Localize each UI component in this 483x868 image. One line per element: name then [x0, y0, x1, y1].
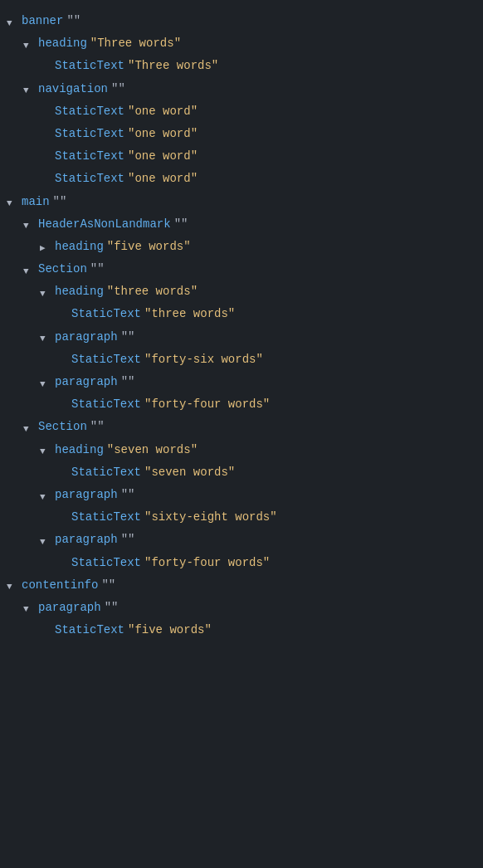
node-value: "forty-four words" [144, 553, 270, 573]
tree-node-section-1-heading: heading "three words"StaticText "three w… [7, 280, 476, 325]
tree-node-section-1-para-2: paragraph ""StaticText "forty-four words… [7, 371, 476, 416]
toggle-header-heading[interactable] [40, 241, 51, 252]
tree-node-section-1-heading-static: StaticText "three words" [7, 303, 476, 325]
toggle-contentinfo[interactable] [7, 579, 18, 591]
node-type: StaticText [55, 620, 124, 641]
node-type: StaticText [71, 507, 141, 528]
tree-node-header-non-landmark: HeaderAsNonLandmark ""heading "five word… [7, 213, 476, 258]
tree-node-section-1-para-1: paragraph ""StaticText "forty-six words" [7, 326, 476, 371]
node-value: "" [66, 11, 80, 32]
node-type: paragraph [55, 372, 118, 393]
tree-node-contentinfo-para-static: StaticText "five words" [7, 619, 476, 641]
node-value: "" [105, 597, 119, 618]
node-type: StaticText [71, 304, 141, 324]
toggle-section-2-para-1[interactable] [40, 490, 51, 501]
node-type: StaticText [71, 349, 141, 370]
node-type: banner [22, 11, 63, 32]
node-type: HeaderAsNonLandmark [38, 214, 171, 235]
tree-node-section-2-para-1-static: StaticText "sixty-eight words" [7, 506, 476, 529]
tree-node-banner-heading: heading "Three words"StaticText "Three w… [7, 32, 476, 77]
node-type: heading [55, 281, 104, 302]
node-type: heading [55, 440, 104, 461]
toggle-main[interactable] [7, 196, 18, 207]
node-value: "three words" [107, 281, 198, 302]
node-value: "one word" [128, 124, 198, 144]
node-type: StaticText [55, 124, 124, 144]
node-value: "five words" [107, 237, 191, 257]
node-value: "five words" [128, 620, 212, 641]
tree-node-banner-navigation: navigation ""StaticText "one word"Static… [7, 78, 476, 191]
tree-node-banner: banner ""heading "Three words"StaticText… [7, 10, 476, 191]
tree-node-contentinfo-para: paragraph ""StaticText "five words" [7, 597, 476, 641]
toggle-section-2-para-2[interactable] [40, 534, 51, 546]
node-type: Section [38, 417, 87, 437]
tree-node-section-2-para-1: paragraph ""StaticText "sixty-eight word… [7, 484, 476, 529]
node-value: "" [174, 214, 188, 235]
node-value: "forty-six words" [144, 349, 263, 370]
node-value: "one word" [128, 146, 198, 167]
toggle-contentinfo-para[interactable] [23, 602, 35, 613]
node-value: "seven words" [107, 440, 198, 461]
node-type: Section [38, 259, 87, 280]
toggle-section-1-para-1[interactable] [40, 331, 51, 343]
node-type: paragraph [38, 597, 101, 618]
tree-node-nav-static-3: StaticText "one word" [7, 145, 476, 168]
node-value: "" [121, 327, 135, 348]
node-type: paragraph [55, 529, 118, 550]
node-type: heading [55, 237, 104, 257]
node-type: heading [38, 33, 87, 54]
accessibility-tree: banner ""heading "Three words"StaticText… [0, 7, 483, 645]
tree-node-contentinfo: contentinfo ""paragraph ""StaticText "fi… [7, 574, 476, 642]
node-type: navigation [38, 79, 108, 100]
tree-node-section-2: Section ""heading "seven words"StaticTex… [7, 416, 476, 573]
toggle-section-2-heading[interactable] [40, 444, 51, 456]
tree-node-section-1: Section ""heading "three words"StaticTex… [7, 258, 476, 416]
tree-node-section-2-para-2-static: StaticText "forty-four words" [7, 552, 476, 574]
node-value: "" [101, 575, 115, 596]
tree-node-nav-static-2: StaticText "one word" [7, 123, 476, 145]
node-value: "" [90, 259, 105, 280]
tree-node-header-heading: heading "five words" [7, 236, 476, 258]
node-type: StaticText [55, 168, 124, 189]
node-value: "" [121, 372, 135, 393]
node-value: "three words" [144, 304, 235, 324]
node-type: paragraph [55, 485, 118, 505]
toggle-section-1[interactable] [23, 264, 35, 276]
node-type: StaticText [71, 462, 141, 483]
node-value: "Three words" [90, 33, 181, 54]
node-value: "" [121, 485, 135, 505]
node-value: "" [90, 417, 105, 437]
tree-node-section-2-heading: heading "seven words"StaticText "seven w… [7, 439, 476, 484]
node-type: StaticText [71, 394, 141, 415]
tree-node-section-1-para-1-static: StaticText "forty-six words" [7, 349, 476, 371]
toggle-banner[interactable] [7, 16, 18, 27]
tree-node-banner-heading-static: StaticText "Three words" [7, 55, 476, 77]
node-value: "Three words" [128, 56, 218, 76]
toggle-section-1-heading[interactable] [40, 286, 51, 298]
tree-node-main: main ""HeaderAsNonLandmark ""heading "fi… [7, 191, 476, 574]
node-type: StaticText [55, 56, 124, 76]
tree-node-section-2-para-2: paragraph ""StaticText "forty-four words… [7, 529, 476, 573]
node-value: "" [111, 79, 125, 100]
node-type: paragraph [55, 327, 118, 348]
node-value: "" [121, 529, 135, 550]
toggle-header-non-landmark[interactable] [23, 218, 35, 230]
node-value: "sixty-eight words" [144, 507, 277, 528]
node-value: "forty-four words" [144, 394, 270, 415]
node-type: StaticText [55, 101, 124, 122]
node-value: "" [53, 192, 67, 212]
toggle-banner-navigation[interactable] [23, 83, 35, 95]
toggle-section-2[interactable] [23, 422, 35, 433]
node-type: StaticText [71, 553, 141, 573]
tree-node-section-1-para-2-static: StaticText "forty-four words" [7, 393, 476, 416]
tree-node-nav-static-1: StaticText "one word" [7, 100, 476, 123]
toggle-banner-heading[interactable] [23, 38, 35, 50]
node-type: contentinfo [22, 575, 98, 596]
node-type: StaticText [55, 146, 124, 167]
tree-node-nav-static-4: StaticText "one word" [7, 168, 476, 190]
node-value: "one word" [128, 168, 198, 189]
tree-node-section-2-heading-static: StaticText "seven words" [7, 461, 476, 484]
node-type: main [22, 192, 50, 212]
toggle-section-1-para-2[interactable] [40, 377, 51, 388]
node-value: "one word" [128, 101, 198, 122]
